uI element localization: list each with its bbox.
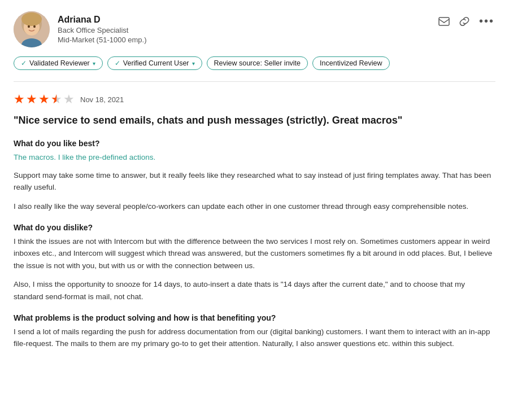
likes-text-1: The macros. I like the pre-defined actio… <box>14 151 495 164</box>
check-icon: ✓ <box>115 59 120 67</box>
section-problems-label: What problems is the product solving and… <box>14 313 495 322</box>
header-actions: ••• <box>437 11 495 29</box>
section-dislikes-label: What do you dislike? <box>14 223 495 232</box>
badge-source-label: Review source: Seller invite <box>214 59 301 67</box>
rating-row: ★ ★ ★ ★ ★ ★ Nov 18, 2021 <box>14 92 495 107</box>
more-button[interactable]: ••• <box>478 14 495 29</box>
chevron-icon: ▾ <box>93 60 95 67</box>
star-4: ★ ★ <box>51 92 62 107</box>
section-likes-label: What do you like best? <box>14 139 495 148</box>
badge-verified-label: Verified Current User <box>123 59 189 67</box>
chevron-icon: ▾ <box>192 60 195 67</box>
badge-incentivized-label: Incentivized Review <box>320 59 382 67</box>
section-problems: What problems is the product solving and… <box>14 313 495 350</box>
badge-validated[interactable]: ✓ Validated Reviewer ▾ <box>14 56 103 70</box>
star-3: ★ <box>38 92 50 107</box>
svg-point-6 <box>33 25 36 28</box>
svg-rect-7 <box>439 18 449 25</box>
user-info: Adriana D Back Office Specialist Mid-Mar… <box>14 11 147 47</box>
svg-point-5 <box>28 25 30 28</box>
problems-text-1: I send a lot of mails regarding the push… <box>14 326 495 350</box>
review-title: "Nice service to send emails, chats and … <box>14 113 495 128</box>
badge-incentivized[interactable]: Incentivized Review <box>312 56 389 70</box>
svg-point-3 <box>21 12 42 26</box>
likes-text-3: I also really like the way several peopl… <box>14 200 495 213</box>
dislikes-text-2: Also, I miss the opportunity to snooze f… <box>14 278 495 303</box>
likes-text-2: Support may take some time to answer, bu… <box>14 169 495 194</box>
badge-verified[interactable]: ✓ Verified Current User ▾ <box>107 56 202 70</box>
link-button[interactable] <box>458 15 471 28</box>
user-segment: Mid-Market (51-1000 emp.) <box>58 36 147 44</box>
badge-validated-label: Validated Reviewer <box>29 59 90 67</box>
star-2: ★ <box>26 92 37 107</box>
avatar <box>14 11 50 47</box>
section-dislikes: What do you dislike? I think the issues … <box>14 223 495 303</box>
review-header: Adriana D Back Office Specialist Mid-Mar… <box>14 11 495 47</box>
divider <box>14 81 495 82</box>
user-role: Back Office Specialist <box>58 26 147 34</box>
review-date: Nov 18, 2021 <box>80 95 124 104</box>
star-5: ★ <box>63 92 75 107</box>
badges-container: ✓ Validated Reviewer ▾ ✓ Verified Curren… <box>14 56 495 70</box>
star-rating: ★ ★ ★ ★ ★ ★ <box>14 92 75 107</box>
star-1: ★ <box>14 92 25 107</box>
user-details: Adriana D Back Office Specialist Mid-Mar… <box>58 15 147 44</box>
badge-source[interactable]: Review source: Seller invite <box>207 56 308 70</box>
user-name: Adriana D <box>58 15 147 25</box>
mail-button[interactable] <box>437 16 451 27</box>
dislikes-text-1: I think the issues are not with Intercom… <box>14 235 495 272</box>
section-likes: What do you like best? The macros. I lik… <box>14 139 495 212</box>
check-icon: ✓ <box>21 59 27 67</box>
